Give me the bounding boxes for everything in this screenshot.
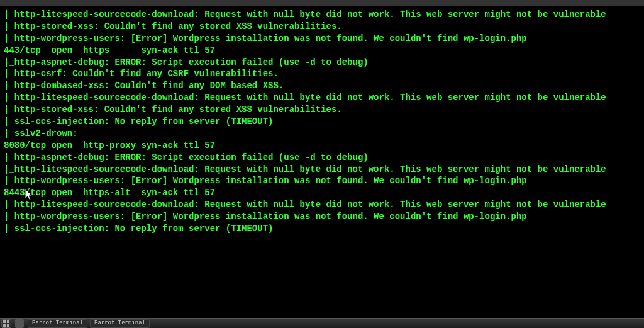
taskbar-window-button[interactable]: Parrot Terminal	[90, 319, 150, 328]
terminal-line: |_http-litespeed-sourcecode-download: Re…	[4, 199, 640, 211]
svg-rect-0	[3, 320, 6, 323]
svg-rect-1	[7, 320, 9, 323]
terminal-output[interactable]: |_http-litespeed-sourcecode-download: Re…	[0, 6, 644, 324]
svg-rect-3	[7, 324, 9, 327]
terminal-line: |_http-aspnet-debug: ERROR: Script execu…	[4, 152, 640, 164]
taskbar[interactable]: Parrot Terminal Parrot Terminal	[0, 318, 644, 328]
terminal-line: 8080/tcp open http-proxy syn-ack ttl 57	[4, 140, 640, 152]
taskbar-item-label: Parrot Terminal	[94, 319, 145, 327]
menu-icon	[3, 320, 9, 327]
terminal-line: 443/tcp open https syn-ack ttl 57	[4, 45, 640, 57]
taskbar-app-icon[interactable]	[15, 319, 24, 328]
window-titlebar	[0, 0, 644, 6]
terminal-line: |_http-litespeed-sourcecode-download: Re…	[4, 92, 640, 104]
terminal-line: |_sslv2-drown:	[4, 128, 640, 140]
taskbar-item-label: Parrot Terminal	[32, 319, 83, 327]
terminal-line: |_ssl-ccs-injection: No reply from serve…	[4, 116, 640, 128]
terminal-line: |_http-litespeed-sourcecode-download: Re…	[4, 164, 640, 176]
taskbar-window-button[interactable]: Parrot Terminal	[28, 319, 87, 328]
app-launcher-icon[interactable]	[1, 319, 11, 328]
terminal-line: |_http-aspnet-debug: ERROR: Script execu…	[4, 57, 640, 69]
terminal-line: |_http-csrf: Couldn't find any CSRF vuln…	[4, 68, 640, 80]
terminal-line: |_http-wordpress-users: [Error] Wordpres…	[4, 175, 640, 187]
terminal-line: |_http-litespeed-sourcecode-download: Re…	[4, 9, 640, 21]
terminal-line: |_http-dombased-xss: Couldn't find any D…	[4, 80, 640, 92]
terminal-line: |_http-wordpress-users: [Error] Wordpres…	[4, 33, 640, 45]
svg-rect-2	[3, 324, 6, 327]
terminal-line: |_http-stored-xss: Couldn't find any sto…	[4, 104, 640, 116]
terminal-line: 8443/tcp open https-alt syn-ack ttl 57	[4, 187, 640, 199]
terminal-line: |_http-wordpress-users: [Error] Wordpres…	[4, 211, 640, 223]
terminal-line: |_http-stored-xss: Couldn't find any sto…	[4, 21, 640, 33]
terminal-line: |_ssl-ccs-injection: No reply from serve…	[4, 223, 640, 235]
